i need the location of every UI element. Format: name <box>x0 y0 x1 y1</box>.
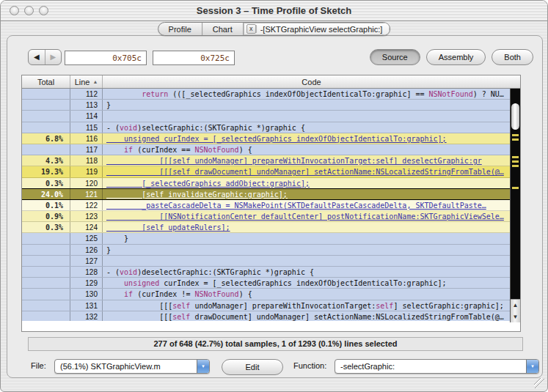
forward-button[interactable]: ▶ <box>45 50 62 64</box>
line-number: 128 <box>70 267 103 277</box>
tab-profile[interactable]: Profile <box>158 23 202 35</box>
total-percent <box>22 233 70 243</box>
code-row-120[interactable]: 0.3%120 [_selectedGraphics addObject:gra… <box>22 178 520 189</box>
code-text: [self updateRulers]; <box>103 222 520 232</box>
total-percent: 0.9% <box>22 211 70 221</box>
code-text: - (void)deselectGraphic:(SKTGraphic *)gr… <box>103 267 520 277</box>
tab-label: Chart <box>213 25 233 34</box>
code-row-131[interactable]: 131 [[[self undoManager] prepareWithInvo… <box>22 300 520 311</box>
code-row-128[interactable]: 128- (void)deselectGraphic:(SKTGraphic *… <box>22 267 520 278</box>
column-header-code[interactable]: Code <box>103 75 520 88</box>
file-popup[interactable]: (56.1%) SKTGraphicView.m ▼ <box>54 359 210 374</box>
code-row-114[interactable]: 114 <box>22 111 520 122</box>
scroll-down-icon[interactable]: ▼ <box>511 311 520 323</box>
line-number: 112 <box>70 89 103 99</box>
scrollbar-track[interactable] <box>511 89 520 299</box>
total-percent <box>22 267 70 277</box>
tab-focused-symbol[interactable]: x-[SKTGraphicView selectGraphic:] <box>244 23 390 35</box>
titlebar[interactable]: Session 3 – Time Profile of Sketch <box>1 1 547 21</box>
code-text: unsigned curIndex = [_selectedGraphics i… <box>103 133 520 144</box>
line-number: 120 <box>70 178 103 188</box>
table-header: Total Line ▲ Code <box>22 75 520 89</box>
code-row-112[interactable]: 112 return (([_selectedGraphics indexOfO… <box>22 89 520 100</box>
source-view-button[interactable]: Source <box>370 49 420 65</box>
code-row-119[interactable]: 19.3%119 [[[self drawDocument] undoManag… <box>22 166 520 177</box>
column-header-total[interactable]: Total <box>22 75 70 88</box>
hot-line-mark <box>512 138 519 141</box>
code-row-113[interactable]: 113} <box>22 100 520 111</box>
column-header-line[interactable]: Line ▲ <box>70 75 103 88</box>
tab-label: Profile <box>169 25 191 34</box>
total-percent: 0.1% <box>22 200 70 210</box>
code-row-115[interactable]: 115- (void)selectGraphic:(SKTGraphic *)g… <box>22 122 520 133</box>
line-number: 114 <box>70 111 103 121</box>
code-row-116[interactable]: 6.8%116 unsigned curIndex = [_selectedGr… <box>22 133 520 144</box>
hot-line-mark <box>512 134 519 136</box>
line-number: 131 <box>70 300 103 311</box>
total-percent: 6.8% <box>22 133 70 144</box>
code-text <box>103 256 520 266</box>
tab-close-icon[interactable]: x <box>246 24 256 34</box>
total-percent <box>22 311 70 322</box>
app-window: Session 3 – Time Profile of Sketch Profi… <box>0 0 548 392</box>
code-row-122[interactable]: 0.1%122 _pasteCascadeDelta = NSMakePoint… <box>22 200 520 211</box>
code-text: unsigned curIndex = [_selectedGraphics i… <box>103 278 520 288</box>
code-text: } <box>103 100 520 110</box>
both-view-button[interactable]: Both <box>492 49 533 65</box>
code-row-118[interactable]: 4.3%118 [[[self undoManager] prepareWith… <box>22 155 520 166</box>
total-percent: 0.3% <box>22 178 70 188</box>
code-text: } <box>103 245 520 255</box>
code-row-121[interactable]: 24.0%121 [self invalidateGraphic:graphic… <box>22 188 520 200</box>
code-text <box>103 111 520 121</box>
assembly-view-button[interactable]: Assembly <box>426 49 486 65</box>
popup-arrow-icon: ▼ <box>526 360 538 373</box>
total-percent <box>22 289 70 299</box>
scrollbar-arrows: ▲ ▼ <box>511 299 520 322</box>
code-row-124[interactable]: 0.3%124 [self updateRulers]; <box>22 222 520 233</box>
code-text: _pasteCascadeDelta = NSMakePoint(SKTDefa… <box>103 200 520 210</box>
hot-line-mark <box>512 160 519 163</box>
total-percent <box>22 256 70 266</box>
code-text: [[NSNotificationCenter defaultCenter] po… <box>103 211 520 221</box>
tab-chart[interactable]: Chart <box>202 23 244 35</box>
code-text: [[[self drawDocument] undoManager] setAc… <box>103 166 520 177</box>
line-number: 119 <box>70 166 103 177</box>
total-percent <box>22 89 70 99</box>
line-number: 113 <box>70 100 103 110</box>
address-start-field[interactable] <box>65 51 147 65</box>
total-percent <box>22 111 70 121</box>
code-row-117[interactable]: 117 if (curIndex == NSNotFound) { <box>22 144 520 155</box>
code-row-127[interactable]: 127 <box>22 256 520 267</box>
function-popup[interactable]: -selectGraphic: ▼ <box>335 359 539 374</box>
edit-button[interactable]: Edit <box>222 359 283 375</box>
sort-ascending-icon: ▲ <box>92 79 98 84</box>
line-number: 124 <box>70 222 103 232</box>
total-percent: 24.0% <box>22 189 70 199</box>
code-row-130[interactable]: 130 if (curIndex != NSNotFound) { <box>22 289 520 300</box>
code-text: [self invalidateGraphic:graphic]; <box>103 189 520 199</box>
resize-grip[interactable] <box>534 378 544 388</box>
address-end-field[interactable] <box>153 51 235 65</box>
file-label: File: <box>31 361 46 370</box>
code-row-129[interactable]: 129 unsigned curIndex = [_selectedGraphi… <box>22 278 520 289</box>
code-row-123[interactable]: 0.9%123 [[NSNotificationCenter defaultCe… <box>22 211 520 222</box>
scroll-up-icon[interactable]: ▲ <box>511 300 520 311</box>
total-percent <box>22 245 70 255</box>
history-nav: ◀ ▶ <box>28 49 62 65</box>
hot-line-mark <box>512 165 519 167</box>
total-percent <box>22 144 70 155</box>
line-number: 115 <box>70 122 103 133</box>
code-text: if (curIndex != NSNotFound) { <box>103 289 520 299</box>
total-percent: 0.3% <box>22 222 70 232</box>
line-number: 123 <box>70 211 103 221</box>
code-row-126[interactable]: 126} <box>22 245 520 256</box>
window-title: Session 3 – Time Profile of Sketch <box>1 1 547 21</box>
scrollbar-thumb[interactable] <box>511 103 519 130</box>
back-button[interactable]: ◀ <box>29 50 45 64</box>
code-text: return (([_selectedGraphics indexOfObjec… <box>103 89 520 99</box>
code-row-125[interactable]: 125 } <box>22 233 520 244</box>
table-body: 112 return (([_selectedGraphics indexOfO… <box>22 89 520 322</box>
table-scrollbar[interactable]: ▲ ▼ <box>510 89 520 322</box>
code-text: [[[self drawDocument] undoManager] setAc… <box>103 311 520 322</box>
total-percent <box>22 278 70 288</box>
